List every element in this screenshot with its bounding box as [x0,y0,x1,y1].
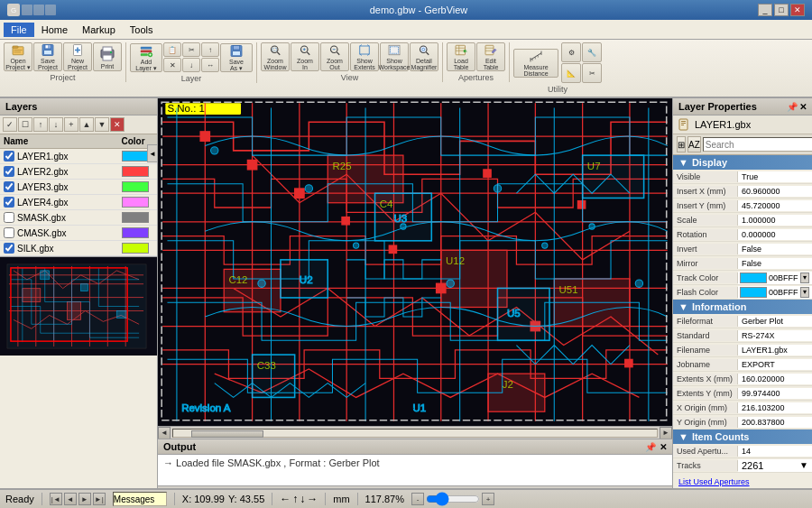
zoom-out-button[interactable]: ZoomOut [320,42,349,71]
layer-tool-add[interactable]: + [64,117,78,132]
props-close[interactable]: ✕ [799,102,807,112]
layer-tool-up2[interactable]: ▲ [79,117,94,132]
nav-prev[interactable]: ◄ [64,493,77,505]
minimize-button[interactable]: _ [758,4,772,16]
zoom-slider[interactable] [426,493,480,505]
svg-rect-16 [233,45,240,50]
nav-next[interactable]: ► [78,493,91,505]
output-close[interactable]: ✕ [660,442,667,452]
layer-checkbox[interactable] [4,212,14,223]
layer-checkbox[interactable] [4,243,14,254]
edit-table-button[interactable]: EditTable [476,42,505,71]
zoom-out-btn[interactable]: - [411,493,424,505]
print-button[interactable]: Print [93,42,122,71]
layers-toolbar: ✓ ☐ ↑ ↓ + ▲ ▼ ✕ [0,115,157,134]
menu-home[interactable]: Home [34,23,75,37]
layer-item[interactable]: SILK.gbx [0,241,157,256]
list-apertures-link[interactable]: List Used Apertures [673,473,812,488]
qab3[interactable] [45,5,56,15]
tb-small-4[interactable]: ✕ [163,58,181,72]
qab1[interactable] [22,5,32,15]
layer-tool-uncheck-all[interactable]: ☐ [18,117,32,132]
layer-item[interactable]: LAYER1.gbx [0,149,157,164]
load-table-button[interactable]: LoadTable [447,42,475,71]
item-counts-header[interactable]: ▼ Item Counts [673,429,812,444]
menu-tools[interactable]: Tools [123,23,161,37]
layer-tool-delete[interactable]: ✕ [110,117,125,132]
menu-markup[interactable]: Markup [75,23,123,37]
tb-small-3[interactable]: ↑ [201,42,219,57]
save-project-button[interactable]: SaveProject [33,42,62,71]
arrow-right[interactable]: → [307,493,318,505]
output-pin[interactable]: 📌 [645,442,656,452]
zoom-in-button[interactable]: ZoomIn [291,42,319,71]
new-project-button[interactable]: NewProject [63,42,92,71]
layer-tool-move-down[interactable]: ↓ [49,117,63,132]
layer-item[interactable]: LAYER3.gbx [0,180,157,195]
zoom-in-btn[interactable]: + [482,493,494,505]
add-layer-button[interactable]: AddLayer ▾ [130,43,162,72]
properties-search[interactable] [703,137,812,152]
props-az-btn[interactable]: AZ [687,136,701,152]
layer-checkbox[interactable] [4,181,14,192]
layer-item[interactable]: CMASK.gbx [0,226,157,241]
layer-item[interactable]: LAYER4.gbx [0,195,157,210]
h-scrollbar[interactable]: ◄ ► [158,426,672,439]
nav-begin[interactable]: |◄ [50,493,62,505]
measure-distance-button[interactable]: MeasureDistance [513,49,558,78]
layer-file-icon [678,118,691,131]
open-project-button[interactable]: OpenProject ▾ [4,42,32,71]
qab2[interactable] [33,5,44,15]
maximize-button[interactable]: □ [774,4,789,16]
messages-input[interactable] [113,492,167,506]
utility-btn-3[interactable]: 📐 [561,63,581,83]
zoom-window-button[interactable]: ZoomWindow [261,42,290,71]
svg-rect-88 [389,245,396,253]
save-as-button[interactable]: SaveAs ▾ [220,43,253,72]
props-pin[interactable]: 📌 [787,102,798,112]
track-color-dropdown[interactable]: ▾ [800,272,809,283]
svg-text:U3: U3 [393,213,407,224]
tb-small-6[interactable]: ↔ [201,58,219,72]
h-scroll-track[interactable] [172,429,658,438]
arrow-left[interactable]: ← [280,493,291,505]
show-extents-button[interactable]: ShowExtents [350,42,379,71]
layer-checkbox[interactable] [4,197,14,208]
display-section-header[interactable]: ▼ Display [673,155,812,170]
layer-color [122,212,149,223]
pcb-canvas[interactable]: S.No.: 1 [158,98,672,426]
utility-btn-4[interactable]: ✂ [582,63,602,83]
prop-invert-value: False [738,244,812,254]
flash-color-dropdown[interactable]: ▾ [800,287,809,298]
detail-magnifier-button[interactable]: DetailMagnifier [410,42,438,71]
menu-file[interactable]: File [4,23,34,37]
layer-checkbox[interactable] [4,151,14,162]
arrow-down[interactable]: ↓ [300,493,305,505]
layer-checkbox[interactable] [4,227,14,238]
panel-collapse-arrow[interactable]: ◄ [147,144,158,162]
utility-btn-2[interactable]: 🔧 [582,42,602,62]
layer-tool-down2[interactable]: ▼ [95,117,109,132]
layer-tool-check-all[interactable]: ✓ [3,117,17,132]
tracks-scroll[interactable]: ▼ [799,460,808,470]
utility-btn-1[interactable]: ⚙ [561,42,581,62]
tb-small-2[interactable]: ✂ [182,42,200,57]
show-workspace-button[interactable]: ShowWorkspace [380,42,409,71]
tb-small-1[interactable]: 📋 [163,42,181,57]
information-section-header[interactable]: ▼ Information [673,300,812,314]
props-sort-btn[interactable]: ⊞ [677,136,686,152]
layer-item[interactable]: LAYER2.gbx [0,164,157,180]
list-apertures-text[interactable]: List Used Apertures [678,477,750,486]
utility-extra-buttons: ⚙ 🔧 📐 ✂ [561,42,602,83]
layer-tool-move-up[interactable]: ↑ [33,117,48,132]
layer-checkbox[interactable] [4,166,14,177]
nav-end[interactable]: ►| [93,493,106,505]
arrow-up[interactable]: ↑ [292,493,298,505]
layer-item[interactable]: SMASK.gbx [0,210,157,226]
tb-small-5[interactable]: ↓ [182,58,200,72]
x-coord: X: 109.99 [182,494,225,504]
h-scroll-thumb[interactable] [191,430,263,438]
scroll-right[interactable]: ► [660,427,672,439]
close-button[interactable]: ✕ [790,4,805,16]
scroll-left[interactable]: ◄ [158,427,171,439]
